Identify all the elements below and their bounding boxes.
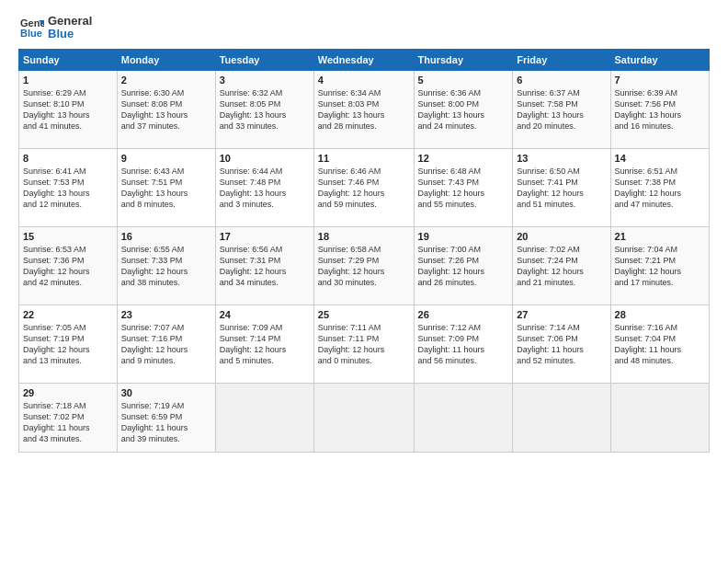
calendar-cell — [513, 383, 610, 452]
calendar-cell: 12Sunrise: 6:48 AMSunset: 7:43 PMDayligh… — [414, 148, 513, 226]
day-number: 18 — [318, 231, 410, 242]
calendar-week-3: 15Sunrise: 6:53 AMSunset: 7:36 PMDayligh… — [19, 226, 710, 304]
calendar-cell — [610, 383, 709, 452]
calendar-cell: 17Sunrise: 6:56 AMSunset: 7:31 PMDayligh… — [215, 226, 313, 304]
logo-icon: General Blue — [18, 15, 44, 40]
day-number: 15 — [23, 231, 113, 242]
day-content: Sunrise: 6:43 AMSunset: 7:51 PMDaylight:… — [121, 166, 211, 211]
calendar-cell: 21Sunrise: 7:04 AMSunset: 7:21 PMDayligh… — [610, 226, 709, 304]
day-content: Sunrise: 6:58 AMSunset: 7:29 PMDaylight:… — [318, 244, 410, 289]
calendar-cell: 2Sunrise: 6:30 AMSunset: 8:08 PMDaylight… — [117, 70, 215, 148]
calendar-week-1: 1Sunrise: 6:29 AMSunset: 8:10 PMDaylight… — [19, 70, 710, 148]
day-content: Sunrise: 6:51 AMSunset: 7:38 PMDaylight:… — [615, 166, 705, 211]
day-number: 7 — [615, 75, 705, 86]
day-content: Sunrise: 6:41 AMSunset: 7:53 PMDaylight:… — [23, 166, 113, 211]
day-number: 17 — [220, 231, 310, 242]
day-number: 11 — [318, 153, 410, 164]
day-number: 9 — [121, 153, 211, 164]
calendar-cell: 9Sunrise: 6:43 AMSunset: 7:51 PMDaylight… — [117, 148, 215, 226]
day-content: Sunrise: 6:55 AMSunset: 7:33 PMDaylight:… — [121, 244, 211, 289]
calendar-cell: 27Sunrise: 7:14 AMSunset: 7:06 PMDayligh… — [513, 304, 610, 383]
day-content: Sunrise: 7:11 AMSunset: 7:11 PMDaylight:… — [318, 322, 410, 367]
day-number: 19 — [418, 231, 509, 242]
calendar-cell: 8Sunrise: 6:41 AMSunset: 7:53 PMDaylight… — [19, 148, 118, 226]
header: General Blue General Blue — [18, 15, 710, 41]
day-number: 12 — [418, 153, 509, 164]
calendar-week-5: 29Sunrise: 7:18 AMSunset: 7:02 PMDayligh… — [19, 383, 710, 452]
day-number: 29 — [23, 387, 113, 398]
day-content: Sunrise: 7:04 AMSunset: 7:21 PMDaylight:… — [615, 244, 705, 289]
calendar-cell: 30Sunrise: 7:19 AMSunset: 6:59 PMDayligh… — [117, 383, 215, 452]
day-content: Sunrise: 7:18 AMSunset: 7:02 PMDaylight:… — [23, 400, 113, 445]
calendar-header-row: SundayMondayTuesdayWednesdayThursdayFrid… — [19, 49, 710, 70]
day-number: 22 — [23, 309, 113, 320]
day-content: Sunrise: 7:05 AMSunset: 7:19 PMDaylight:… — [23, 322, 113, 367]
day-content: Sunrise: 7:12 AMSunset: 7:09 PMDaylight:… — [418, 322, 509, 367]
day-content: Sunrise: 7:09 AMSunset: 7:14 PMDaylight:… — [220, 322, 310, 367]
day-content: Sunrise: 6:46 AMSunset: 7:46 PMDaylight:… — [318, 166, 410, 211]
col-header-thursday: Thursday — [414, 49, 513, 70]
day-content: Sunrise: 6:32 AMSunset: 8:05 PMDaylight:… — [220, 87, 310, 132]
calendar-cell: 23Sunrise: 7:07 AMSunset: 7:16 PMDayligh… — [117, 304, 215, 383]
calendar-cell: 10Sunrise: 6:44 AMSunset: 7:48 PMDayligh… — [215, 148, 313, 226]
day-number: 27 — [517, 309, 606, 320]
day-content: Sunrise: 7:16 AMSunset: 7:04 PMDaylight:… — [615, 322, 705, 367]
calendar-cell: 1Sunrise: 6:29 AMSunset: 8:10 PMDaylight… — [19, 70, 118, 148]
calendar-cell: 18Sunrise: 6:58 AMSunset: 7:29 PMDayligh… — [313, 226, 414, 304]
calendar-table: SundayMondayTuesdayWednesdayThursdayFrid… — [18, 49, 710, 453]
calendar-cell: 25Sunrise: 7:11 AMSunset: 7:11 PMDayligh… — [313, 304, 414, 383]
day-number: 1 — [23, 75, 113, 86]
col-header-tuesday: Tuesday — [215, 49, 313, 70]
day-number: 24 — [220, 309, 310, 320]
day-content: Sunrise: 6:56 AMSunset: 7:31 PMDaylight:… — [220, 244, 310, 289]
col-header-saturday: Saturday — [610, 49, 709, 70]
day-content: Sunrise: 7:00 AMSunset: 7:26 PMDaylight:… — [418, 244, 509, 289]
calendar-cell: 20Sunrise: 7:02 AMSunset: 7:24 PMDayligh… — [513, 226, 610, 304]
calendar-cell: 5Sunrise: 6:36 AMSunset: 8:00 PMDaylight… — [414, 70, 513, 148]
calendar-cell: 15Sunrise: 6:53 AMSunset: 7:36 PMDayligh… — [19, 226, 118, 304]
day-content: Sunrise: 7:14 AMSunset: 7:06 PMDaylight:… — [517, 322, 606, 367]
calendar-cell: 7Sunrise: 6:39 AMSunset: 7:56 PMDaylight… — [610, 70, 709, 148]
day-content: Sunrise: 6:34 AMSunset: 8:03 PMDaylight:… — [318, 87, 410, 132]
calendar-cell: 3Sunrise: 6:32 AMSunset: 8:05 PMDaylight… — [215, 70, 313, 148]
day-content: Sunrise: 6:36 AMSunset: 8:00 PMDaylight:… — [418, 87, 509, 132]
day-number: 8 — [23, 153, 113, 164]
calendar-cell: 14Sunrise: 6:51 AMSunset: 7:38 PMDayligh… — [610, 148, 709, 226]
day-content: Sunrise: 6:29 AMSunset: 8:10 PMDaylight:… — [23, 87, 113, 132]
day-content: Sunrise: 6:50 AMSunset: 7:41 PMDaylight:… — [517, 166, 606, 211]
col-header-sunday: Sunday — [19, 49, 118, 70]
day-content: Sunrise: 6:39 AMSunset: 7:56 PMDaylight:… — [615, 87, 705, 132]
calendar-cell: 22Sunrise: 7:05 AMSunset: 7:19 PMDayligh… — [19, 304, 118, 383]
day-number: 21 — [615, 231, 705, 242]
day-content: Sunrise: 7:07 AMSunset: 7:16 PMDaylight:… — [121, 322, 211, 367]
calendar-cell: 16Sunrise: 6:55 AMSunset: 7:33 PMDayligh… — [117, 226, 215, 304]
day-number: 14 — [615, 153, 705, 164]
col-header-friday: Friday — [513, 49, 610, 70]
day-number: 6 — [517, 75, 606, 86]
calendar-cell: 19Sunrise: 7:00 AMSunset: 7:26 PMDayligh… — [414, 226, 513, 304]
logo: General Blue General Blue — [18, 15, 92, 41]
day-number: 13 — [517, 153, 606, 164]
calendar-cell: 4Sunrise: 6:34 AMSunset: 8:03 PMDaylight… — [313, 70, 414, 148]
calendar-cell — [414, 383, 513, 452]
day-number: 3 — [220, 75, 310, 86]
day-number: 23 — [121, 309, 211, 320]
day-content: Sunrise: 7:02 AMSunset: 7:24 PMDaylight:… — [517, 244, 606, 289]
day-number: 2 — [121, 75, 211, 86]
page: General Blue General Blue SundayMondayTu… — [0, 0, 728, 563]
day-content: Sunrise: 6:53 AMSunset: 7:36 PMDaylight:… — [23, 244, 113, 289]
day-number: 5 — [418, 75, 509, 86]
day-content: Sunrise: 6:44 AMSunset: 7:48 PMDaylight:… — [220, 166, 310, 211]
day-number: 16 — [121, 231, 211, 242]
day-number: 4 — [318, 75, 410, 86]
svg-text:Blue: Blue — [20, 28, 42, 39]
day-number: 26 — [418, 309, 509, 320]
day-number: 25 — [318, 309, 410, 320]
day-content: Sunrise: 7:19 AMSunset: 6:59 PMDaylight:… — [121, 400, 211, 445]
calendar-cell: 24Sunrise: 7:09 AMSunset: 7:14 PMDayligh… — [215, 304, 313, 383]
calendar-cell: 11Sunrise: 6:46 AMSunset: 7:46 PMDayligh… — [313, 148, 414, 226]
day-content: Sunrise: 6:30 AMSunset: 8:08 PMDaylight:… — [121, 87, 211, 132]
day-number: 10 — [220, 153, 310, 164]
calendar-cell — [313, 383, 414, 452]
col-header-wednesday: Wednesday — [313, 49, 414, 70]
